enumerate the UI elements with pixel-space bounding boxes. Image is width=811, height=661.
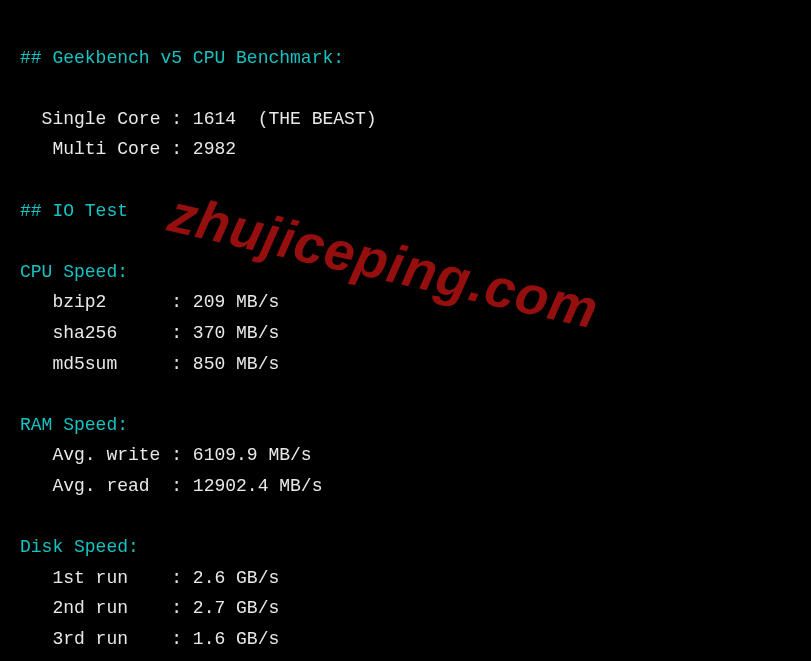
cpu-row-md5sum: md5sum : 850 MB/s	[20, 354, 279, 374]
ram-row-write: Avg. write : 6109.9 MB/s	[20, 445, 312, 465]
terminal-output: ## Geekbench v5 CPU Benchmark: Single Co…	[0, 0, 811, 661]
cpu-row-sha256: sha256 : 370 MB/s	[20, 323, 279, 343]
cpu-row-bzip2: bzip2 : 209 MB/s	[20, 292, 279, 312]
disk-row-2: 2nd run : 2.7 GB/s	[20, 598, 279, 618]
ram-row-read: Avg. read : 12902.4 MB/s	[20, 476, 322, 496]
disk-speed-label: Disk Speed:	[20, 537, 139, 557]
disk-row-3: 3rd run : 1.6 GB/s	[20, 629, 279, 649]
ram-speed-label: RAM Speed:	[20, 415, 128, 435]
geekbench-multi-row: Multi Core : 2982	[20, 139, 236, 159]
cpu-speed-label: CPU Speed:	[20, 262, 128, 282]
disk-row-1: 1st run : 2.6 GB/s	[20, 568, 279, 588]
geekbench-single-row: Single Core : 1614 (THE BEAST)	[20, 109, 377, 129]
io-header: ## IO Test	[20, 201, 128, 221]
geekbench-header: ## Geekbench v5 CPU Benchmark:	[20, 48, 344, 68]
